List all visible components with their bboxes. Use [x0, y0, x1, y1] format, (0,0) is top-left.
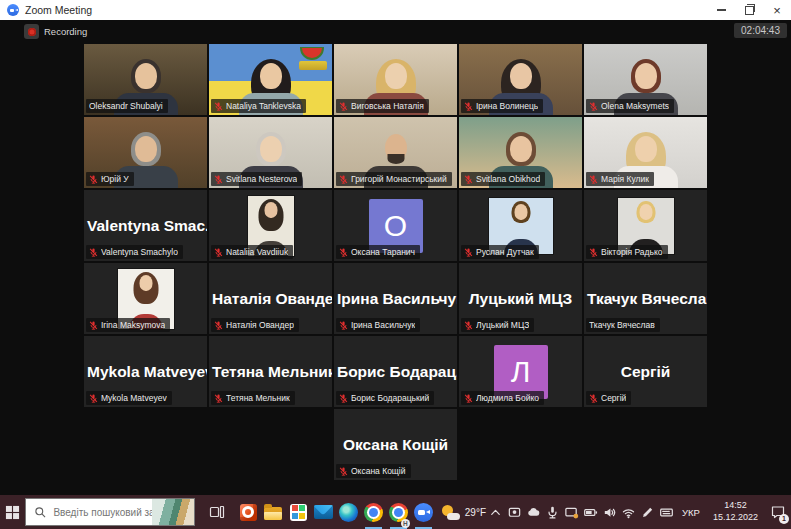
participant-tile[interactable]: Вікторія Радько	[584, 190, 707, 261]
speaker-icon[interactable]	[600, 495, 619, 529]
participant-tile[interactable]: СергійСергій	[584, 336, 707, 407]
taskbar-apps: H	[205, 495, 436, 529]
participant-tile[interactable]: Наталія ОвандерНаталія Овандер	[209, 263, 332, 334]
close-button[interactable]: ×	[763, 0, 791, 20]
participant-tile[interactable]: Борис Бодарац...Борис Бодарацький	[334, 336, 457, 407]
participant-tile[interactable]: Руслан Дутчак	[459, 190, 582, 261]
participant-name-label: Оксана Таранич	[336, 245, 420, 259]
participant-tile[interactable]: Svitlana Nesterova	[209, 117, 332, 188]
participant-tile[interactable]: Тетяна МельникТетяна Мельник	[209, 336, 332, 407]
participant-name-label: Mykola Matveyev	[86, 391, 172, 405]
participant-name-label: Nataliia Vavdiiuk	[211, 245, 293, 259]
mic-muted-icon	[339, 467, 348, 476]
mic-muted-icon	[464, 248, 473, 257]
minimize-button[interactable]	[707, 0, 735, 20]
chevron-up-icon[interactable]	[486, 495, 505, 529]
chrome-profile-icon[interactable]: H	[386, 495, 411, 529]
mic-muted-icon	[89, 248, 98, 257]
touch-keyboard-icon[interactable]	[657, 495, 676, 529]
participant-tile[interactable]: Olena Maksymets	[584, 44, 707, 115]
participant-tile[interactable]: ЛЛюдмила Бойко	[459, 336, 582, 407]
meet-now-icon[interactable]	[505, 495, 524, 529]
action-center-button[interactable]: 1	[765, 495, 791, 529]
battery-icon[interactable]	[581, 495, 600, 529]
participant-tile[interactable]: Юрій У	[84, 117, 207, 188]
mail-icon[interactable]	[311, 495, 336, 529]
screen-share-icon[interactable]	[562, 495, 581, 529]
participant-tile[interactable]: Svitlana Obikhod	[459, 117, 582, 188]
taskbar-clock[interactable]: 14:52 15.12.2022	[706, 500, 765, 523]
participant-tile[interactable]: Mykola MatveyevMykola Matveyev	[84, 336, 207, 407]
participant-name-label: Oleksandr Shubalyi	[86, 99, 168, 113]
participant-tile[interactable]: Nataliya Tanklevska	[209, 44, 332, 115]
participant-tile[interactable]: ООксана Таранич	[334, 190, 457, 261]
search-icon	[34, 506, 47, 519]
participant-tile[interactable]: Oleksandr Shubalyi	[84, 44, 207, 115]
meeting-top-bar: Recording 02:04:43	[0, 20, 791, 44]
meeting-area: Recording 02:04:43 Oleksandr ShubalyiNat…	[0, 20, 791, 495]
mic-muted-icon	[464, 394, 473, 403]
zoom-app-icon	[7, 4, 19, 16]
task-view-icon[interactable]	[205, 495, 230, 529]
participant-tile[interactable]: Nataliia Vavdiiuk	[209, 190, 332, 261]
mic-muted-icon	[214, 321, 223, 330]
participant-tile[interactable]: Луцький МЦЗЛуцький МЦЗ	[459, 263, 582, 334]
zoom-icon[interactable]	[411, 495, 436, 529]
participant-name-label: Борис Бодарацький	[336, 391, 434, 405]
participant-tile[interactable]: Виговська Наталія	[334, 44, 457, 115]
participant-tile[interactable]: Григорій Монастирський	[334, 117, 457, 188]
participant-tile[interactable]: Ткачук ВячеславТкачук Вячеслав	[584, 263, 707, 334]
mic-muted-icon	[214, 248, 223, 257]
participant-display-name: Mykola Matveyev	[84, 363, 207, 381]
mic-muted-icon	[214, 102, 223, 111]
search-box-image[interactable]	[152, 499, 194, 525]
mic-muted-icon	[89, 321, 98, 330]
pen-icon[interactable]	[638, 495, 657, 529]
window-controls: ×	[707, 0, 791, 20]
recording-indicator[interactable]: Recording	[24, 24, 87, 39]
clock-time: 14:52	[713, 500, 758, 512]
mic-muted-icon	[589, 394, 598, 403]
clock-date: 15.12.2022	[713, 512, 758, 524]
start-button[interactable]	[0, 495, 25, 529]
participant-name-label: Луцький МЦЗ	[461, 318, 534, 332]
participant-tile[interactable]: Оксана КощійОксана Кощій	[334, 409, 457, 480]
wifi-icon[interactable]	[619, 495, 638, 529]
participant-tile[interactable]: Ірина ВасильчукІрина Васильчук	[334, 263, 457, 334]
participant-tile[interactable]: Valentyna Smac...Valentyna Smachylo	[84, 190, 207, 261]
language-indicator[interactable]: УКР	[676, 507, 706, 518]
participant-name-label: Григорій Монастирський	[336, 172, 452, 186]
grid-row: Юрій УSvitlana NesterovaГригорій Монасти…	[0, 117, 791, 188]
mic-muted-icon	[339, 175, 348, 184]
file-explorer-icon[interactable]	[261, 495, 286, 529]
participant-name-label: Людмила Бойко	[461, 391, 544, 405]
participant-tile[interactable]: Марія Кулик	[584, 117, 707, 188]
participant-display-name: Оксана Кощій	[334, 436, 457, 454]
mic-muted-icon	[589, 102, 598, 111]
taskbar-search[interactable]	[25, 498, 194, 526]
participant-tile[interactable]: Ірина Волинець	[459, 44, 582, 115]
taskbar: H 29°F УКР 14:52 15.12.2022 1	[0, 495, 791, 529]
mic-muted-icon	[214, 394, 223, 403]
participant-name-label: Ірина Волинець	[461, 99, 543, 113]
edge-icon[interactable]	[336, 495, 361, 529]
participant-name-label: Сергій	[586, 391, 631, 405]
participant-display-name: Сергій	[584, 363, 707, 381]
office-icon[interactable]	[236, 495, 261, 529]
participant-display-name: Борис Бодарац...	[334, 363, 457, 381]
mic-muted-icon	[89, 175, 98, 184]
chrome-icon[interactable]	[361, 495, 386, 529]
participant-name-label: Olena Maksymets	[586, 99, 674, 113]
participant-display-name: Наталія Овандер	[209, 290, 332, 308]
maximize-button[interactable]	[735, 0, 763, 20]
participant-tile[interactable]: Irina Maksymova	[84, 263, 207, 334]
mic-muted-icon	[464, 175, 473, 184]
participant-name-label: Ірина Васильчук	[336, 318, 420, 332]
store-icon[interactable]	[286, 495, 311, 529]
taskbar-weather[interactable]: 29°F	[442, 505, 486, 520]
weather-temperature: 29°F	[465, 507, 486, 518]
microphone-icon[interactable]	[543, 495, 562, 529]
onedrive-icon[interactable]	[524, 495, 543, 529]
restore-icon	[745, 6, 754, 15]
mic-muted-icon	[589, 248, 598, 257]
